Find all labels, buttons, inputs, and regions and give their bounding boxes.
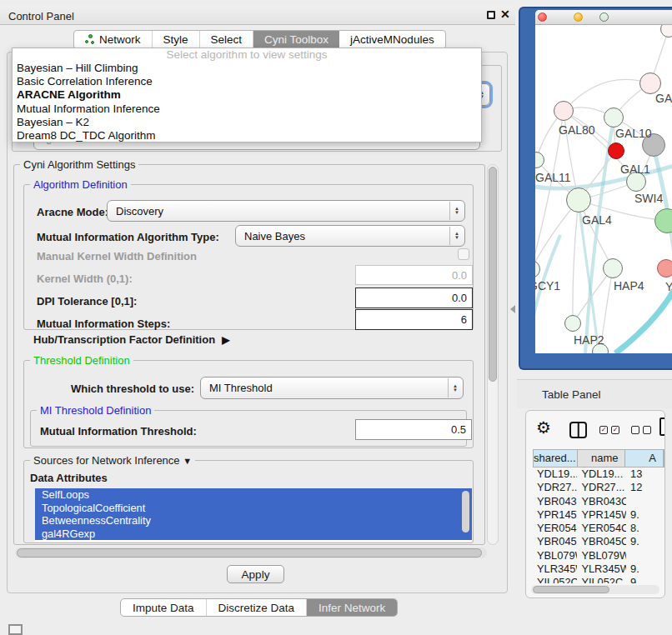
node-label: GAL — [655, 92, 672, 105]
network-node-gal80[interactable] — [554, 101, 574, 121]
mac-minimize-icon[interactable] — [574, 12, 583, 22]
table-header-row: shared... name A — [533, 449, 664, 468]
kernel-width-field[interactable]: 0.0 — [355, 265, 473, 285]
tab-jactivemnodules[interactable]: jActiveMNodules — [339, 31, 445, 48]
tab-infer-network[interactable]: Infer Network — [307, 599, 397, 616]
dropdown-item[interactable]: Bayesian – Hill Climbing — [13, 62, 481, 75]
network-node-gal10[interactable] — [604, 108, 624, 128]
tab-cyni-toolbox[interactable]: Cyni Toolbox — [253, 31, 339, 48]
data-attributes-list: SelfLoops TopologicalCoefficient Between… — [35, 488, 472, 542]
settings-horizontal-scrollbar[interactable] — [15, 548, 487, 558]
dropdown-prompt: Select algorithm to view settings — [13, 48, 481, 62]
list-item[interactable]: gal4RGexp — [35, 528, 472, 541]
page-icon[interactable] — [659, 418, 665, 436]
control-panel-title: Control Panel — [8, 10, 74, 22]
node-label: GAL1 — [620, 162, 650, 176]
close-window-icon[interactable]: ✕ — [500, 8, 510, 21]
list-item[interactable]: TopologicalCoefficient — [35, 502, 472, 515]
select-all-icon[interactable]: ✓✓ — [599, 426, 619, 434]
mac-close-icon[interactable] — [538, 12, 547, 22]
mi-threshold-field[interactable]: 0.5 — [355, 419, 472, 440]
collapse-down-icon: ▼ — [183, 456, 192, 466]
list-scrollbar-thumb[interactable] — [462, 491, 469, 532]
scrollbar-thumb[interactable] — [489, 167, 497, 382]
node-label: GCY1 — [535, 279, 560, 292]
node-label: GAL80 — [559, 123, 595, 137]
network-window-titlebar[interactable] — [535, 10, 672, 25]
dropdown-item[interactable]: Mutual Information Inference — [13, 102, 481, 116]
mac-zoom-icon[interactable] — [599, 12, 609, 22]
column-header[interactable]: A — [625, 450, 664, 467]
combo-stepper-icon: ▲▼ — [449, 202, 464, 220]
node-label: HAP4 — [614, 279, 644, 292]
table-row[interactable]: YBR045CYBR045C9. — [533, 535, 664, 548]
node-label: GAL11 — [535, 171, 571, 184]
dropdown-item[interactable]: Bayesian – K2 — [13, 116, 481, 129]
table-row[interactable]: YDL19...YDL19...13 — [533, 468, 664, 481]
hub-definition-toggle[interactable]: Hub/Transcription Factor Definition▶ — [33, 333, 229, 346]
settings-vertical-scrollbar[interactable] — [487, 164, 499, 545]
network-node-hap2[interactable] — [564, 315, 581, 332]
combo-stepper-icon: ▲▼ — [448, 378, 462, 398]
list-item[interactable]: SelfLoops — [35, 488, 472, 502]
dpi-tolerance-field[interactable]: 0.0 — [355, 288, 473, 308]
dropdown-item-aracne[interactable]: ARACNE Algorithm — [13, 88, 481, 102]
manual-kernel-label: Manual Kernel Width Definition — [37, 250, 197, 262]
dropdown-item[interactable]: Basic Correlation Inference — [13, 75, 481, 88]
column-header[interactable]: shared... — [534, 450, 578, 467]
network-tab-icon — [85, 34, 95, 45]
minimized-window-icon[interactable] — [8, 624, 23, 635]
bottom-tabbar: Impute Data Discretize Data Infer Networ… — [120, 598, 398, 617]
table-row[interactable]: YBL079WYBL079W — [533, 549, 664, 562]
network-node-hap4[interactable] — [603, 258, 623, 278]
mi-threshold-group-title: MI Threshold Definition — [37, 404, 154, 417]
tab-select[interactable]: Select — [200, 31, 254, 48]
node-table: shared... name A YDL19...YDL19...13 YDR2… — [533, 449, 664, 583]
table-panel-title: Table Panel — [542, 388, 601, 401]
network-node-salmon[interactable] — [657, 259, 672, 278]
table-card: ⚙ ✓✓ shared... name A YDL19...YDL19...13… — [525, 410, 665, 598]
node-label: GAL4 — [582, 213, 612, 227]
control-panel-titlebar — [0, 5, 515, 25]
manual-kernel-checkbox[interactable] — [458, 248, 469, 260]
data-attributes-label: Data Attributes — [30, 472, 108, 484]
column-header[interactable]: name — [578, 450, 626, 467]
mi-type-combo[interactable]: Naive Bayes ▲▼ — [235, 225, 465, 247]
apply-button[interactable]: Apply — [227, 565, 284, 583]
scrollbar-thumb[interactable] — [533, 586, 609, 593]
table-row[interactable]: YLR345WYLR345W9. — [533, 562, 664, 576]
list-item[interactable]: BetweennessCentrality — [35, 514, 472, 528]
node-label: HAP2 — [574, 333, 604, 347]
scrollbar-thumb[interactable] — [17, 548, 482, 558]
table-row[interactable]: YPR145WYPR145W9. — [533, 508, 664, 522]
mi-steps-field[interactable]: 6 — [355, 309, 473, 330]
mi-type-label: Mutual Information Algorithm Type: — [37, 231, 219, 243]
gear-icon[interactable]: ⚙ — [536, 418, 551, 438]
panel-splitter-handle[interactable] — [510, 305, 515, 313]
split-pane-icon[interactable] — [569, 422, 587, 438]
sources-toggle[interactable]: Sources for Network Inference ▼ — [30, 454, 195, 467]
table-row[interactable]: YER054CYER054C8. — [533, 522, 664, 535]
aracne-mode-combo[interactable]: Discovery ▲▼ — [107, 200, 465, 222]
dropdown-item[interactable]: Dream8 DC_TDC Algorithm — [13, 129, 481, 142]
dpi-tolerance-label: DPI Tolerance [0,1]: — [37, 295, 137, 308]
kernel-width-label: Kernel Width (0,1): — [37, 272, 133, 285]
tab-style[interactable]: Style — [153, 31, 200, 48]
network-node-gal4[interactable] — [566, 188, 591, 212]
mi-threshold-label: Mutual Information Threshold: — [40, 425, 197, 438]
node-label: Y — [665, 280, 672, 293]
deselect-all-icon[interactable] — [631, 426, 651, 434]
which-threshold-label: Which threshold to use: — [71, 382, 194, 395]
table-horizontal-scrollbar[interactable] — [531, 585, 659, 594]
network-node-selected-red[interactable] — [608, 142, 624, 159]
restore-window-icon[interactable] — [487, 11, 495, 19]
tab-discretize-data[interactable]: Discretize Data — [207, 599, 308, 616]
tab-impute-data[interactable]: Impute Data — [121, 599, 207, 616]
algorithm-dropdown-popup: Select algorithm to view settings Bayesi… — [12, 48, 482, 142]
table-row[interactable]: YIL052CYIL052C9. — [533, 576, 664, 583]
table-row[interactable]: YDR27...YDR27...12 — [533, 481, 664, 494]
network-canvas[interactable]: GAL GAL80 GAL10 GAL1 GAL11 SWI4 GAL4 GCY… — [535, 25, 672, 353]
which-threshold-combo[interactable]: MI Threshold ▲▼ — [200, 377, 464, 399]
table-row[interactable]: YBR043CYBR043C — [533, 495, 664, 508]
tab-network[interactable]: Network — [74, 31, 153, 48]
